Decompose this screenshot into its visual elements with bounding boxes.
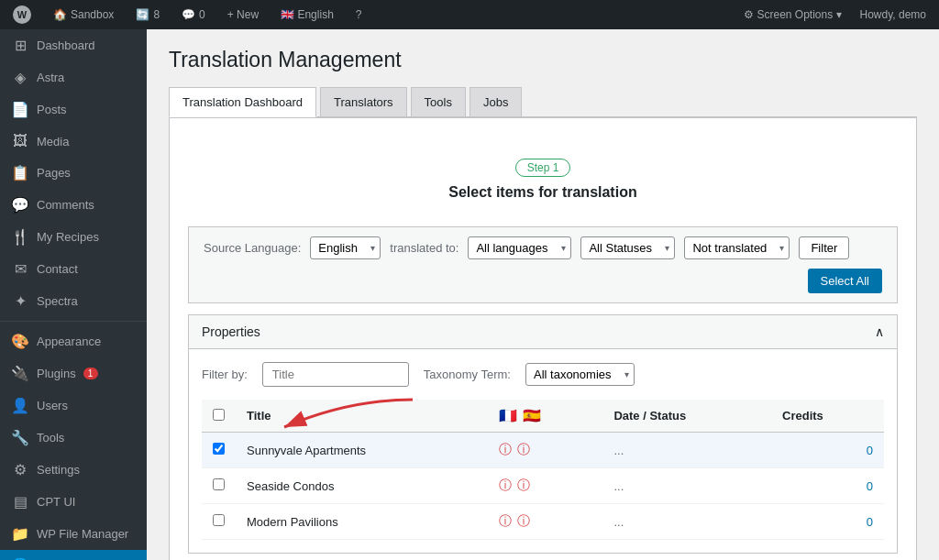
tab-translation-dashboard[interactable]: Translation Dashboard xyxy=(169,87,316,117)
howdy-menu[interactable]: Howdy, demo xyxy=(855,0,932,29)
updates-menu[interactable]: 🔄 8 xyxy=(130,0,165,29)
filter-row: Filter by: Taxonomy Term: All taxonomies xyxy=(202,362,884,387)
table-row: Modern Pavilions ⓘ ⓘ .. xyxy=(202,504,884,540)
wp-icon: W xyxy=(13,5,31,24)
spanish-flag-header: 🇪🇸 xyxy=(523,407,541,424)
translated-to-select[interactable]: All languages xyxy=(468,236,571,259)
title-filter-input[interactable] xyxy=(262,362,409,387)
sidebar-item-label: Spectra xyxy=(37,294,78,308)
sandbox-menu[interactable]: 🏠 Sandbox xyxy=(48,0,119,29)
flags-column-header: 🇫🇷 🇪🇸 xyxy=(488,400,602,433)
table-head: Title 🇫🇷 🇪🇸 Date / Status xyxy=(202,400,884,433)
sidebar-item-media[interactable]: 🖼 Media xyxy=(0,126,147,157)
source-language-wrapper: English xyxy=(310,236,381,259)
sidebar-item-astra[interactable]: ◈ Astra xyxy=(0,61,147,93)
screen-options-button[interactable]: ⚙ Screen Options ▾ xyxy=(738,0,846,29)
table-header-row: Title 🇫🇷 🇪🇸 Date / Status xyxy=(202,400,884,433)
step-section: Step 1 Select items for translation xyxy=(188,137,898,219)
row-flags: ⓘ ⓘ xyxy=(488,433,602,468)
step-badge: Step 1 xyxy=(515,159,571,177)
filter-button[interactable]: Filter xyxy=(799,236,849,259)
posts-icon: 📄 xyxy=(11,101,29,118)
admin-bar: W 🏠 Sandbox 🔄 8 💬 0 + New 🇬🇧 English ? ⚙… xyxy=(0,0,939,29)
language-selector[interactable]: 🇬🇧 English xyxy=(275,0,339,29)
sidebar-item-label: Posts xyxy=(37,103,67,116)
sidebar-item-label: Dashboard xyxy=(37,38,95,52)
plugins-icon: 🔌 xyxy=(11,365,29,382)
sidebar-item-pages[interactable]: 📋 Pages xyxy=(0,157,147,189)
row-title: Modern Pavilions xyxy=(236,504,488,540)
row-checkbox[interactable] xyxy=(213,478,225,490)
sidebar-item-posts[interactable]: 📄 Posts xyxy=(0,93,147,126)
source-language-label: Source Language: xyxy=(204,241,301,255)
table-container: Title 🇫🇷 🇪🇸 Date / Status xyxy=(202,400,884,540)
help-button[interactable]: ? xyxy=(350,0,368,29)
sidebar-item-dashboard[interactable]: ⊞ Dashboard xyxy=(0,29,147,61)
not-translated-select[interactable]: Not translated xyxy=(684,236,790,259)
row-checkbox-cell xyxy=(202,504,236,540)
content-wrap: Translation Management Translation Dashb… xyxy=(147,29,939,560)
recipes-icon: 🍴 xyxy=(11,228,29,246)
date-status-column-header: Date / Status xyxy=(602,400,771,433)
menu-separator xyxy=(0,321,147,322)
translation-card: Step 1 Select items for translation Sour… xyxy=(169,117,917,560)
fr-status-icon[interactable]: ⓘ xyxy=(499,478,512,494)
row-checkbox[interactable] xyxy=(213,443,225,455)
sidebar-item-my-recipes[interactable]: 🍴 My Recipes xyxy=(0,221,147,253)
wp-logo[interactable]: W xyxy=(7,0,37,29)
select-all-checkbox[interactable] xyxy=(213,409,225,421)
sidebar-item-users[interactable]: 👤 Users xyxy=(0,390,147,422)
row-checkbox[interactable] xyxy=(213,514,225,526)
es-status-icon[interactable]: ⓘ xyxy=(517,513,530,530)
comments-icon: 💬 xyxy=(11,196,29,214)
es-status-icon[interactable]: ⓘ xyxy=(517,442,530,458)
media-icon: 🖼 xyxy=(11,133,29,149)
cpt-icon: ▤ xyxy=(11,493,29,511)
filter-by-label: Filter by: xyxy=(202,368,248,381)
sidebar-item-label: CPT UI xyxy=(37,495,75,509)
es-status-icon[interactable]: ⓘ xyxy=(517,478,530,494)
comments-menu[interactable]: 💬 0 xyxy=(176,0,211,29)
row-title: Sunnyvale Apartments xyxy=(236,433,488,468)
spectra-icon: ✦ xyxy=(11,292,29,310)
tab-jobs[interactable]: Jobs xyxy=(470,87,522,116)
table-body: Sunnyvale Apartments ⓘ ⓘ xyxy=(202,433,884,540)
source-language-select[interactable]: English xyxy=(310,236,381,259)
sidebar-item-wp-file-manager[interactable]: 📁 WP File Manager xyxy=(0,518,147,550)
statuses-select[interactable]: All Statuses xyxy=(580,236,675,259)
sidebar-item-spectra[interactable]: ✦ Spectra xyxy=(0,285,147,317)
sidebar-item-label: Comments xyxy=(37,198,94,212)
sidebar-item-plugins[interactable]: 🔌 Plugins 1 xyxy=(0,357,147,390)
row-credits: 0 xyxy=(771,433,884,468)
fr-status-icon[interactable]: ⓘ xyxy=(499,442,512,458)
admin-bar-right: ⚙ Screen Options ▾ Howdy, demo xyxy=(738,0,932,29)
tab-tools[interactable]: Tools xyxy=(411,87,466,116)
sidebar-item-contact[interactable]: ✉ Contact xyxy=(0,253,147,285)
tab-translators[interactable]: Translators xyxy=(320,87,407,116)
sidebar-item-settings[interactable]: ⚙ Settings xyxy=(0,454,147,486)
sidebar-item-label: WP File Manager xyxy=(37,527,128,541)
sidebar-item-cpt-ui[interactable]: ▤ CPT UI xyxy=(0,486,147,518)
fr-status-icon[interactable]: ⓘ xyxy=(499,513,512,530)
users-icon: 👤 xyxy=(11,397,29,414)
properties-body: Filter by: Taxonomy Term: All taxonomies xyxy=(189,349,897,553)
sidebar-item-wpml[interactable]: 🌐 WPML xyxy=(0,550,147,560)
new-content-menu[interactable]: + New xyxy=(222,0,264,29)
taxonomy-select[interactable]: All taxonomies xyxy=(525,363,635,386)
sidebar-item-tools[interactable]: 🔧 Tools xyxy=(0,422,147,454)
translated-to-label: translated to: xyxy=(390,241,458,255)
sidebar-item-comments[interactable]: 💬 Comments xyxy=(0,189,147,221)
sidebar-item-label: Tools xyxy=(37,431,64,445)
select-all-button[interactable]: Select All xyxy=(808,269,882,293)
sidebar-item-appearance[interactable]: 🎨 Appearance xyxy=(0,325,147,357)
properties-header[interactable]: Properties ∧ xyxy=(189,315,897,349)
sidebar-item-label: Media xyxy=(37,135,69,148)
sidebar-item-label: Appearance xyxy=(37,335,101,348)
settings-icon: ⚙ xyxy=(11,461,29,478)
row-flags: ⓘ ⓘ xyxy=(488,504,602,540)
taxonomy-wrapper: All taxonomies xyxy=(525,363,635,386)
properties-panel: Properties ∧ Filter by: Taxonomy Term: A… xyxy=(188,314,898,554)
sidebar-item-label: Users xyxy=(37,399,68,412)
properties-title: Properties xyxy=(202,324,260,339)
sidebar-item-label: Settings xyxy=(37,463,80,477)
